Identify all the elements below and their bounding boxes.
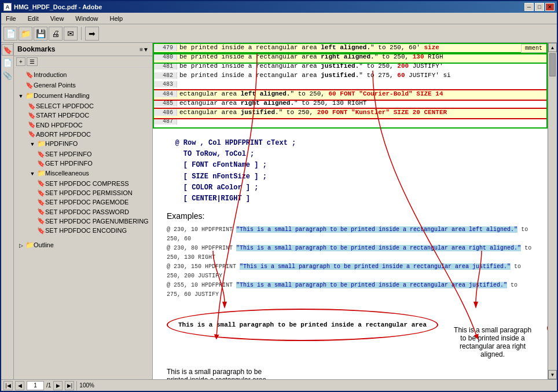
bookmark-icon-select: 🔖	[28, 102, 36, 110]
bookmarks-options[interactable]: ≡▼	[140, 46, 149, 53]
bookmark-icon-end: 🔖	[28, 121, 36, 129]
bm-expand[interactable]: +	[16, 57, 25, 66]
menu-edit[interactable]: Edit	[25, 14, 41, 23]
toolbar-forward[interactable]: ➡	[85, 27, 99, 41]
svg-marker-1	[473, 302, 478, 309]
text-justified: This is a small paragraph to be printed …	[167, 368, 282, 379]
side-icon-page[interactable]: 📄	[2, 57, 13, 68]
side-icons: 🔖 📄 📎	[1, 43, 14, 379]
tree-item-misc[interactable]: ▼ 📁 Miscelleaneous	[14, 168, 152, 179]
syntax-block: @ Row , Col HPDFPRINT cText ; TO ToRow, …	[167, 138, 534, 204]
page-input[interactable]	[27, 381, 44, 390]
app-window: A HMG_HPDF_Doc.pdf - Adobe ─ □ ✕ File Ed…	[0, 0, 558, 392]
tree-item-outline[interactable]: ▷ 📁 Outline	[14, 240, 152, 251]
left-panel: Bookmarks ≡▼ + ☰ 🔖 Introduction	[14, 43, 153, 379]
syntax-line-2: TO ToRow, ToCol ;	[167, 149, 534, 160]
menu-window[interactable]: Window	[73, 14, 100, 23]
close-button[interactable]: ✕	[545, 3, 555, 11]
label-dochandling: Document Handling	[34, 91, 90, 100]
tree-item-introduction[interactable]: 🔖 Introduction	[14, 70, 152, 80]
example-line-4: @ 255, 10 HPDFPRINT "This is a small par…	[167, 281, 534, 299]
right-content-wrapper: mment 479 be printed inside a rectangula…	[153, 43, 557, 379]
code-line-487: 487	[154, 118, 546, 127]
scroll-up-btn[interactable]: ▲	[548, 43, 557, 52]
tree-item-pagemode[interactable]: 🔖 SET HPDFDOC PAGEMODE	[14, 197, 152, 207]
tree-item-select[interactable]: 🔖 SELECT HPDFDOC	[14, 101, 152, 111]
tree-item-start[interactable]: 🔖 START HPDFDOC	[14, 111, 152, 120]
side-icon-bookmark[interactable]: 🔖	[2, 44, 13, 56]
text-center: This is a small paragraphto be printed i…	[452, 309, 533, 358]
nav-next[interactable]: ▶	[53, 381, 63, 390]
tree-item-password[interactable]: 🔖 SET HPDFDOC PASSWORD	[14, 207, 152, 217]
nav-sep	[76, 381, 77, 390]
tree-item-compress[interactable]: 🔖 SET HPDFDOC COMPRESS	[14, 179, 152, 188]
label-general: General Points	[34, 81, 76, 89]
examples-list: @ 230, 10 HPDFPRINT "This is a small par…	[167, 225, 534, 299]
folder-icon-dochandling: 📁	[25, 91, 34, 100]
nav-prev[interactable]: ◀	[15, 381, 24, 390]
tree-item-encoding[interactable]: 🔖 SET HPDFDOC ENCODING	[14, 226, 152, 235]
tree-item-abort[interactable]: 🔖 ABORT HPDFDOC	[14, 130, 152, 139]
label-hpdfinfo: HPDFINFO	[45, 140, 78, 148]
toolbar-print[interactable]: 🖨	[49, 27, 63, 41]
bookmarks-tree[interactable]: 🔖 Introduction 🔖 General Points ▼ 📁 Docu…	[14, 68, 152, 379]
toolbar-open[interactable]: 📁	[19, 27, 32, 41]
nav-first[interactable]: |◀	[3, 381, 13, 390]
scroll-thumb[interactable]	[549, 53, 556, 76]
toolbar-email[interactable]: ✉	[64, 27, 78, 41]
label-sethpdf: SET HPDFINFO	[45, 150, 91, 158]
toolbar-save[interactable]: 💾	[34, 27, 47, 41]
menu-view[interactable]: View	[48, 14, 67, 23]
label-pagemode: SET HPDFDOC PAGEMODE	[45, 198, 129, 206]
tree-item-general[interactable]: 🔖 General Points	[14, 80, 152, 91]
code-line-481: 481 be printed inside a rectangular area…	[154, 63, 546, 72]
tree-item-end[interactable]: 🔖 END HPDFDOC	[14, 120, 152, 130]
toolbar-new[interactable]: 📄	[3, 27, 17, 41]
maximize-button[interactable]: □	[535, 3, 544, 11]
svg-marker-0	[222, 302, 227, 309]
tree-item-pagenumbering[interactable]: 🔖 SET HPDFDOC PAGENUMBERING	[14, 217, 152, 226]
tree-item-permission[interactable]: 🔖 SET HPDFDOC PERMISSION	[14, 188, 152, 197]
code-area: mment 479 be printed inside a rectangula…	[153, 43, 548, 129]
tree-item-hpdfinfo[interactable]: ▼ 📁 HPDFINFO	[14, 139, 152, 149]
example-line-3: @ 230, 150 HPDFPRINT "This is a small pa…	[167, 262, 534, 281]
tree-item-sethpdf[interactable]: 🔖 SET HPDFINFO	[14, 149, 152, 159]
minimize-button[interactable]: ─	[524, 3, 534, 11]
page-total: /1	[46, 382, 51, 389]
folder-icon-hpdfinfo: 📁	[37, 140, 45, 148]
code-line-483: 483	[154, 81, 546, 90]
code-line-480: 480 be printed inside a rectangular area…	[154, 53, 546, 63]
bookmark-icon-password: 🔖	[37, 208, 45, 216]
bookmark-icon-general: 🔖	[25, 81, 34, 89]
nav-bottom: |◀ ◀ /1 ▶ ▶| 100%	[1, 379, 557, 391]
right-vert-scroll[interactable]: ▲ ▼	[548, 43, 557, 379]
examples-section: Examples: @ 230, 10 HPDFPRINT "This is a…	[167, 211, 534, 299]
label-permission: SET HPDFDOC PERMISSION	[45, 189, 133, 197]
label-misc: Miscelleaneous	[45, 169, 89, 177]
tree-item-dochandling[interactable]: ▼ 📁 Document Handling	[14, 91, 152, 101]
scroll-down-btn[interactable]: ▼	[548, 370, 557, 379]
oval-left: This is a small paragraph to be printed …	[167, 309, 438, 341]
menu-file[interactable]: File	[3, 14, 19, 23]
expander-hpdfinfo: ▼	[28, 140, 37, 149]
nav-last[interactable]: ▶|	[65, 381, 74, 390]
bookmark-icon-introduction: 🔖	[25, 71, 34, 79]
window-controls: ─ □ ✕	[524, 3, 555, 11]
tree-item-gethpdf[interactable]: 🔖 GET HPDFINFO	[14, 159, 152, 168]
pdf-scroll-area[interactable]: mment 479 be printed inside a rectangula…	[153, 43, 548, 379]
label-encoding: SET HPDFDOC ENCODING	[45, 226, 127, 235]
scroll-track[interactable]	[548, 52, 557, 370]
bookmark-icon-start: 🔖	[28, 111, 36, 119]
side-icon-attach[interactable]: 📎	[2, 69, 13, 81]
zoom-label: 100%	[79, 382, 94, 389]
menu-help[interactable]: Help	[107, 14, 125, 23]
text-boxes-row: This is a small paragraph to be printed …	[167, 309, 534, 358]
expander-general	[16, 81, 25, 90]
bookmark-icon-gethpdf: 🔖	[37, 159, 45, 167]
folder-icon-outline: 📁	[25, 241, 34, 249]
toolbar-sep	[81, 27, 82, 40]
bm-options[interactable]: ☰	[27, 57, 38, 66]
title-bar: A HMG_HPDF_Doc.pdf - Adobe ─ □ ✕	[1, 1, 557, 13]
bookmarks-toolbar: + ☰	[14, 56, 152, 68]
bookmark-icon-encoding: 🔖	[37, 226, 45, 235]
